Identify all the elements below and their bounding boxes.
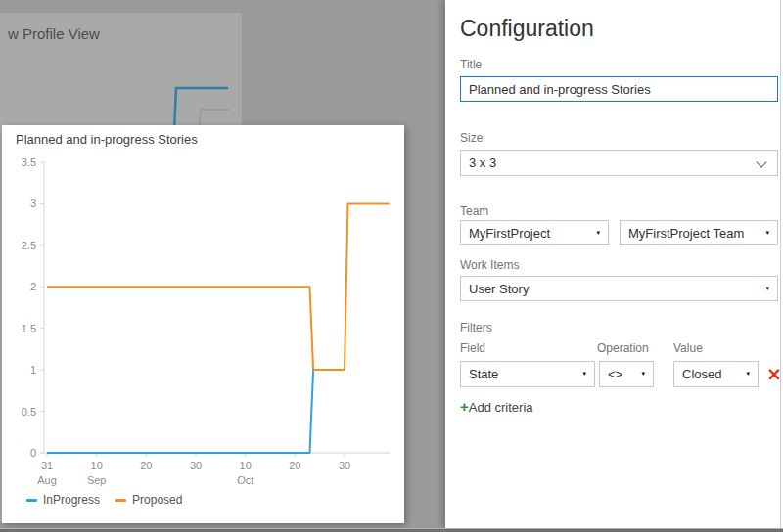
configuration-panel: Configuration Title Size 3 x 3 Team MyFi…: [445, 0, 783, 528]
dropdown-arrow-icon: ▾: [582, 362, 586, 386]
svg-text:10: 10: [91, 460, 103, 471]
filter-value-select[interactable]: Closed ▾: [673, 361, 759, 387]
dropdown-arrow-icon: ▾: [765, 221, 769, 245]
dropdown-arrow-icon: ▾: [641, 362, 645, 386]
filter-operation-select[interactable]: <> ▾: [599, 361, 654, 387]
svg-text:10: 10: [240, 460, 252, 471]
legend-dash-icon: [26, 499, 37, 502]
size-select[interactable]: 3 x 3: [460, 150, 778, 176]
chart-preview-card: Planned and in-progress Stories 00.511.5…: [2, 125, 404, 523]
series-line-InProgress: [47, 370, 345, 453]
work-items-field-label: Work Items: [460, 258, 519, 272]
svg-text:30: 30: [339, 460, 350, 471]
svg-text:30: 30: [190, 460, 202, 471]
legend-item: Proposed: [115, 493, 182, 507]
dimmed-chart-preview: [0, 13, 242, 140]
svg-text:3: 3: [30, 198, 36, 209]
filter-value-column-label: Value: [673, 341, 703, 355]
add-criteria-label: Add criteria: [469, 400, 533, 415]
filter-operation-column-label: Operation: [597, 341, 649, 355]
chart-legend: InProgressProposed: [26, 493, 198, 507]
svg-text:1: 1: [30, 364, 36, 376]
work-items-select[interactable]: User Story ▾: [460, 276, 778, 301]
panel-heading: Configuration: [460, 16, 594, 42]
dropdown-arrow-icon: ▾: [765, 277, 769, 301]
svg-text:3.5: 3.5: [22, 156, 36, 168]
filter-field-select-value: State: [469, 367, 498, 381]
filter-field-select[interactable]: State ▾: [460, 361, 595, 387]
svg-text:31: 31: [41, 460, 53, 471]
work-items-select-value: User Story: [469, 282, 529, 296]
svg-text:Aug: Aug: [37, 474, 57, 486]
window-bottom-edge: [0, 528, 783, 532]
svg-text:Sep: Sep: [87, 474, 107, 486]
svg-text:1.5: 1.5: [22, 323, 36, 334]
filter-field-column-label: Field: [460, 341, 485, 355]
series-line-Proposed: [47, 203, 390, 370]
project-select[interactable]: MyFirstProject ▾: [460, 220, 609, 245]
size-select-value: 3 x 3: [469, 155, 496, 170]
svg-text:Oct: Oct: [237, 474, 253, 486]
legend-dash-icon: [115, 499, 126, 502]
filter-operation-select-value: <>: [608, 367, 622, 381]
add-criteria-button[interactable]: +Add criteria: [460, 398, 533, 415]
legend-label: InProgress: [43, 493, 100, 507]
dropdown-arrow-icon: ▾: [746, 362, 750, 386]
size-field-label: Size: [460, 131, 483, 145]
chevron-down-icon: [756, 156, 766, 167]
filter-value-select-value: Closed: [682, 367, 721, 381]
svg-text:0.5: 0.5: [22, 406, 36, 418]
svg-text:2.5: 2.5: [22, 240, 36, 251]
svg-text:20: 20: [289, 460, 300, 471]
filters-section-label: Filters: [460, 321, 492, 334]
svg-text:2: 2: [30, 281, 36, 292]
dropdown-arrow-icon: ▾: [596, 221, 600, 245]
line-chart: 00.511.522.533.531Aug10Sep203010Oct2030: [2, 125, 404, 523]
plus-icon: +: [460, 398, 469, 415]
window-right-edge: [780, 0, 781, 528]
svg-text:20: 20: [140, 460, 152, 471]
legend-label: Proposed: [132, 493, 182, 507]
team-select[interactable]: MyFirstProject Team ▾: [620, 220, 778, 245]
team-select-value: MyFirstProject Team: [628, 226, 744, 241]
title-input[interactable]: [460, 76, 778, 102]
project-select-value: MyFirstProject: [469, 226, 550, 241]
svg-text:0: 0: [30, 447, 36, 459]
widget-configuration-screen: w Profile View Planned and in-progress S…: [0, 0, 783, 532]
team-field-label: Team: [460, 204, 488, 218]
legend-item: InProgress: [26, 493, 100, 507]
title-field-label: Title: [460, 58, 482, 71]
